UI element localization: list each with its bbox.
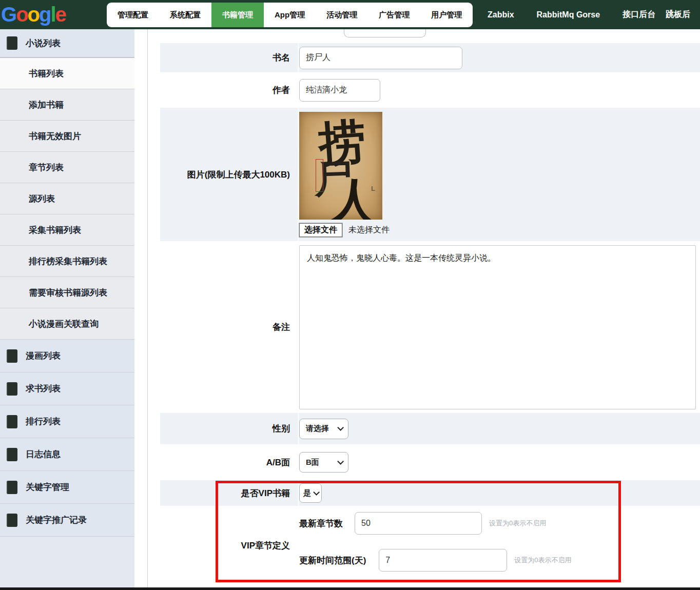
form-row-is-vip: 是否VIP书籍 是: [148, 480, 700, 506]
logo-letter: o: [16, 3, 27, 26]
sidebar-item-invalid-images[interactable]: 书籍无效图片: [0, 121, 134, 152]
google-logo: Google: [1, 0, 66, 29]
sidebar-item-label: 小说列表: [26, 37, 61, 49]
sidebar-item-novel-comic-relation[interactable]: 小说漫画关联查询: [0, 308, 134, 340]
sidebar-item-review-book-sources[interactable]: 需要审核书籍源列表: [0, 277, 134, 308]
update-range-label: 更新时间范围(天): [299, 555, 366, 566]
sidebar-item-label: 章节列表: [29, 162, 64, 173]
cover-char: 人: [327, 168, 380, 220]
gender-select-value: 请选择: [306, 424, 329, 434]
link-jumpboard[interactable]: 跳板后: [666, 9, 690, 20]
is-vip-select[interactable]: 是: [299, 483, 322, 503]
ab-side-select[interactable]: B面: [299, 452, 348, 473]
cover-latin-text: L: [371, 185, 375, 192]
sidebar-item-collected-books[interactable]: 采集书籍列表: [0, 214, 134, 246]
logo-letter: G: [1, 3, 16, 26]
form-row-vip-definition: VIP章节定义 最新章节数 设置为0表示不启用 更新时间范围(天) 设置为0表示…: [148, 506, 700, 585]
sidebar-item-label: 求书列表: [26, 383, 61, 395]
book-icon: [7, 514, 17, 527]
main-nav-tabbar: 管理配置 系统配置 书籍管理 App管理 活动管理 广告管理 用户管理: [107, 3, 473, 27]
sidebar-item-label: 采集书籍列表: [29, 224, 81, 236]
book-icon: [7, 349, 17, 363]
book-icon: [7, 382, 17, 396]
sidebar-item-book-request-list[interactable]: 求书列表: [0, 372, 134, 405]
update-range-input[interactable]: [379, 549, 507, 572]
sidebar-item-label: 需要审核书籍源列表: [29, 287, 107, 299]
vip-update-range-row: 更新时间范围(天) 设置为0表示不启用: [299, 549, 572, 572]
choose-file-button[interactable]: 选择文件: [299, 223, 342, 237]
sidebar-item-label: 排行榜采集书籍列表: [29, 255, 107, 267]
sidebar-item-log-info[interactable]: 日志信息: [0, 438, 134, 471]
form-row-image: 图片(限制上传最大100KB) 捞 尸 人 L 选择文件 未选择文件: [148, 108, 700, 241]
book-cover-preview: 捞 尸 人 L: [299, 112, 382, 220]
tab-ad-management[interactable]: 广告管理: [368, 3, 420, 27]
vip-latest-chapters-row: 最新章节数 设置为0表示不启用: [299, 512, 546, 535]
link-rabbitmq-gorse[interactable]: RabbitMq Gorse: [537, 10, 600, 19]
logo-letter: o: [28, 3, 39, 26]
book-icon: [7, 36, 17, 50]
tab-system-config[interactable]: 系统配置: [159, 3, 211, 27]
sidebar-item-ranking-list[interactable]: 排行列表: [0, 405, 134, 438]
chevron-down-icon: [313, 489, 320, 496]
sidebar-item-chapter-list[interactable]: 章节列表: [0, 152, 134, 183]
is-vip-select-value: 是: [303, 488, 311, 498]
sidebar: 小说列表 书籍列表 添加书籍 书籍无效图片 章节列表 源列表 采集书籍列表 排行…: [0, 29, 134, 587]
header-external-links: Zabbix RabbitMq Gorse 接口后台 跳板后: [488, 0, 690, 29]
link-zabbix[interactable]: Zabbix: [488, 10, 514, 19]
link-api-backend[interactable]: 接口后台: [623, 9, 655, 20]
remark-label: 备注: [160, 241, 290, 413]
is-vip-label: 是否VIP书籍: [160, 480, 290, 506]
sidebar-item-label: 添加书籍: [29, 99, 64, 111]
tab-activity-management[interactable]: 活动管理: [316, 3, 368, 27]
sidebar-empty-area: [0, 537, 134, 579]
book-icon: [7, 481, 17, 494]
cut-off-input[interactable]: [344, 29, 426, 37]
ab-side-select-value: B面: [306, 458, 319, 467]
tab-user-management[interactable]: 用户管理: [420, 3, 473, 27]
sidebar-item-label: 关键字推广记录: [26, 514, 87, 526]
image-label: 图片(限制上传最大100KB): [160, 108, 290, 241]
book-icon: [7, 448, 17, 461]
book-name-label: 书名: [160, 43, 290, 72]
tab-admin-config[interactable]: 管理配置: [107, 3, 159, 27]
latest-chapters-label: 最新章节数: [299, 518, 343, 529]
sidebar-item-novel-list[interactable]: 小说列表: [0, 29, 134, 57]
latest-chapters-input[interactable]: [355, 512, 482, 535]
vip-definition-label: VIP章节定义: [160, 506, 290, 585]
sidebar-item-label: 漫画列表: [26, 350, 61, 362]
form-row-gender: 性别 请选择: [148, 413, 700, 444]
sidebar-item-source-list[interactable]: 源列表: [0, 183, 134, 214]
logo-letter: e: [55, 3, 66, 26]
logo-letter: g: [39, 3, 50, 26]
gender-select[interactable]: 请选择: [299, 419, 348, 439]
sidebar-item-label: 书籍无效图片: [29, 130, 81, 142]
chevron-down-icon: [337, 458, 344, 465]
sidebar-item-label: 书籍列表: [29, 68, 64, 80]
author-label: 作者: [160, 72, 290, 108]
sidebar-item-comic-list[interactable]: 漫画列表: [0, 340, 134, 372]
latest-chapters-hint: 设置为0表示不启用: [489, 519, 546, 528]
book-edit-form: 书名 作者 图片(限制上传最大100KB) 捞 尸 人: [148, 29, 700, 590]
author-input[interactable]: [299, 79, 380, 102]
sidebar-item-label: 日志信息: [26, 448, 61, 460]
chevron-down-icon: [337, 424, 344, 431]
bottom-border: [0, 587, 700, 590]
sidebar-item-ranking-collected-books[interactable]: 排行榜采集书籍列表: [0, 246, 134, 277]
sidebar-item-keyword-management[interactable]: 关键字管理: [0, 471, 134, 504]
sidebar-item-label: 小说漫画关联查询: [29, 318, 99, 330]
form-row-author: 作者: [148, 72, 700, 108]
sidebar-item-label: 排行列表: [26, 416, 61, 427]
update-range-hint: 设置为0表示不启用: [514, 556, 571, 565]
book-icon: [7, 415, 17, 428]
sidebar-item-add-book[interactable]: 添加书籍: [0, 89, 134, 121]
cover-seal: [316, 159, 323, 192]
sidebar-item-label: 关键字管理: [26, 481, 69, 493]
book-name-input[interactable]: [299, 47, 462, 69]
ab-side-label: A/B面: [160, 444, 290, 480]
sidebar-item-keyword-promo-records[interactable]: 关键字推广记录: [0, 504, 134, 537]
tab-app-management[interactable]: App管理: [264, 3, 316, 27]
form-row-book-name: 书名: [148, 43, 700, 72]
tab-book-management[interactable]: 书籍管理: [211, 3, 264, 27]
remark-textarea[interactable]: 人知鬼恐怖，鬼晓人心毒。这是一本传统灵异小说。: [299, 245, 696, 409]
sidebar-item-book-list[interactable]: 书籍列表: [0, 57, 134, 89]
